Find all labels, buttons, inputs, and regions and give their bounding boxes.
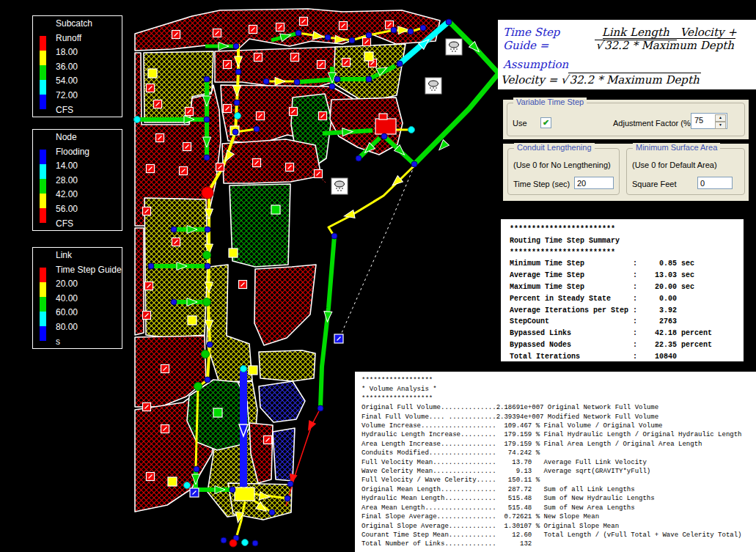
groupbox-title: Minimum Surface Area [633,143,720,152]
conduit-lengthening-hint: (Use 0 for No Lengthening) [513,161,611,169]
legend-row: Flooding [56,145,120,160]
legend-color-bar [40,150,46,223]
adjustment-factor-stepper[interactable]: 75 ▲ ▼ [691,113,727,129]
rain-gage-icon [425,78,441,94]
legend-row: 14.00 [56,159,120,174]
legend-row: 40.00 [56,292,120,306]
surface-area-hint: (Use 0 for Default Area) [632,161,717,169]
sqrt-radical-icon: √ [561,73,568,87]
variable-time-step-panel: Variable Time Step Use ✔ Adjustment Fact… [503,100,749,139]
lengthening-options-panel: Conduit Lengthening (Use 0 for No Length… [503,144,749,201]
adjustment-factor-label: Adjustment Factor (%) [613,119,693,128]
assumption-label: Assumption [503,58,568,71]
legend-row: 54.00 [56,74,120,89]
use-label: Use [513,119,527,128]
spin-down-button[interactable]: ▼ [715,122,726,129]
legend-node-flooding: NodeFlooding14.0028.0042.0056.00CFS [32,129,122,231]
legend-link-time-step-guide: LinkTime Step Guide20.0040.0060.0080.00s [32,247,122,349]
rain-gage-icon [331,178,348,194]
legend-subcatch-runoff: SubcatchRunoff18.0036.0054.0072.00CFS [32,15,122,117]
groupbox-title: Variable Time Step [513,97,587,106]
legend-row: Link [56,249,120,263]
legend-color-bar [40,268,46,341]
groupbox-title: Conduit Lengthening [514,143,595,152]
legend-row: 42.00 [56,188,120,202]
spin-up-button[interactable]: ▲ [715,114,726,122]
conduit-lengthening-groupbox: Conduit Lengthening (Use 0 for No Length… [507,148,620,195]
time-step-guide-formula-panel: Time Step Guide = Link Length Velocity +… [498,20,756,89]
adjustment-factor-value: 75 [694,116,703,125]
legend-row: Time Step Guide [56,263,120,278]
legend-labels: LinkTime Step Guide20.0040.0060.0080.00s [56,249,120,349]
volume-analysis-report: ****************** * Volume Analysis * *… [354,371,756,552]
minimum-surface-area-groupbox: Minimum Surface Area (Use 0 for Default … [626,148,745,195]
legend-row: 72.00 [56,89,120,103]
legend-row: 80.00 [56,320,120,335]
legend-labels: NodeFlooding14.0028.0042.0056.00CFS [56,130,120,231]
legend-row: 20.00 [56,277,120,292]
legend-row: 36.00 [56,60,120,75]
legend-row: CFS [56,103,120,118]
legend-row: CFS [56,217,120,232]
sqrt-radical-icon: √ [595,39,603,52]
time-step-label: Time Step (sec) [513,180,570,188]
legend-row: 60.00 [56,306,120,320]
checkbox-check-icon: ✔ [543,118,549,127]
legend-row: 18.00 [56,45,120,60]
formula-lhs: Time Step Guide = [503,26,570,52]
velocity-assumption: Velocity = √32.2 * Maximum Depth [501,73,701,87]
legend-row: Runoff [56,32,120,46]
square-feet-input[interactable] [697,177,733,189]
square-feet-label: Square Feet [632,180,677,188]
legend-labels: SubcatchRunoff18.0036.0054.0072.00CFS [56,17,120,117]
legend-row: 56.00 [56,202,120,217]
routing-time-step-summary: ************************ Routing Time St… [499,218,745,363]
rain-gage-icon [446,39,462,55]
legend-row: 28.00 [56,174,120,188]
use-checkbox[interactable]: ✔ [540,117,551,128]
swmm-app-window: SubcatchRunoff18.0036.0054.0072.00CFS No… [0,0,756,552]
legend-color-bar [40,36,46,109]
legend-row: Node [56,130,120,145]
legend-row: Subcatch [56,17,120,32]
legend-row: s [56,335,120,350]
formula-fraction: Link Length Velocity + √32.2 * Maximum D… [575,26,756,52]
time-step-input[interactable] [574,177,614,189]
